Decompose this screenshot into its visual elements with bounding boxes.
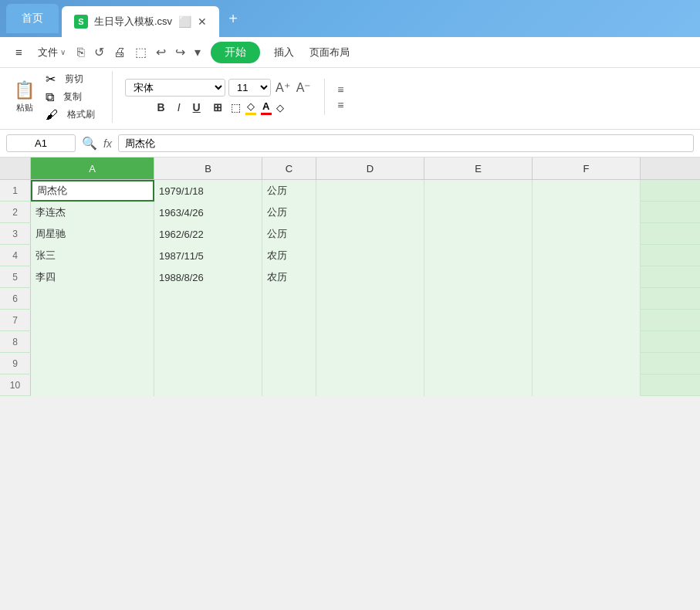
underline-button[interactable]: U xyxy=(189,100,205,115)
table-cell[interactable] xyxy=(154,288,262,310)
clear-format-button[interactable]: ◇ xyxy=(276,102,284,114)
table-cell[interactable] xyxy=(31,288,154,310)
font-decrease-icon[interactable]: A⁻ xyxy=(295,79,313,97)
table-cell[interactable] xyxy=(424,353,533,374)
undo2-icon[interactable]: ↩ xyxy=(154,42,168,62)
table-cell[interactable] xyxy=(533,353,641,374)
align-middle-icon[interactable]: ≡ xyxy=(337,99,343,111)
table-cell[interactable] xyxy=(533,266,641,288)
format-painter-button[interactable]: 格式刷 xyxy=(63,107,100,123)
table-cell[interactable] xyxy=(31,310,154,331)
row-header[interactable]: 4 xyxy=(0,245,31,266)
add-tab-button[interactable]: + xyxy=(228,10,238,28)
col-header-f[interactable]: F xyxy=(533,158,641,179)
table-cell[interactable] xyxy=(424,310,533,331)
col-header-c[interactable]: C xyxy=(262,158,316,179)
table-cell[interactable] xyxy=(533,180,641,202)
table-cell[interactable] xyxy=(316,288,424,310)
row-header[interactable]: 5 xyxy=(0,266,31,287)
bold-button[interactable]: B xyxy=(154,100,169,115)
highlight-color-button[interactable]: ◇ xyxy=(245,100,256,115)
col-header-b[interactable]: B xyxy=(154,158,262,179)
table-cell[interactable] xyxy=(154,374,262,396)
table-cell[interactable]: 周杰伦 xyxy=(31,180,154,202)
table-cell[interactable] xyxy=(424,223,533,245)
formula-input[interactable] xyxy=(118,134,694,152)
table-cell[interactable]: 周星驰 xyxy=(31,223,154,245)
table-cell[interactable]: 公历 xyxy=(262,223,316,245)
paste-button[interactable]: 📋 粘贴 xyxy=(9,77,39,117)
table-cell[interactable] xyxy=(316,245,424,266)
table-cell[interactable] xyxy=(533,310,641,331)
table-cell[interactable] xyxy=(262,288,316,310)
row-header[interactable]: 9 xyxy=(0,353,31,374)
copy-format-icon[interactable]: ⬚ xyxy=(133,42,149,62)
table-cell[interactable] xyxy=(316,331,424,353)
close-tab-icon[interactable]: ✕ xyxy=(198,15,207,28)
row-header[interactable]: 8 xyxy=(0,331,31,352)
table-cell[interactable] xyxy=(316,266,424,288)
border-button[interactable]: ⊞ xyxy=(209,100,226,115)
table-cell[interactable] xyxy=(31,374,154,396)
table-cell[interactable] xyxy=(262,353,316,374)
file-menu[interactable]: 文件 ∨ xyxy=(32,42,72,63)
table-cell[interactable]: 1962/6/22 xyxy=(154,223,262,245)
table-cell[interactable] xyxy=(154,331,262,353)
table-cell[interactable] xyxy=(424,180,533,202)
table-cell[interactable] xyxy=(262,331,316,353)
table-cell[interactable]: 1987/11/5 xyxy=(154,245,262,266)
col-header-d[interactable]: D xyxy=(316,158,424,179)
table-cell[interactable] xyxy=(316,202,424,223)
col-header-a[interactable]: A xyxy=(31,158,154,179)
table-cell[interactable] xyxy=(533,374,641,396)
table-cell[interactable] xyxy=(424,266,533,288)
undo-icon[interactable]: ↺ xyxy=(92,42,107,62)
row-header[interactable]: 6 xyxy=(0,288,31,309)
table-cell[interactable] xyxy=(262,374,316,396)
table-cell[interactable]: 1979/1/18 xyxy=(154,180,262,202)
table-cell[interactable] xyxy=(424,331,533,353)
table-cell[interactable] xyxy=(424,374,533,396)
more-icon[interactable]: ▾ xyxy=(192,42,203,62)
row-header[interactable]: 3 xyxy=(0,223,31,244)
table-cell[interactable] xyxy=(533,202,641,223)
row-header[interactable]: 1 xyxy=(0,180,31,201)
align-top-icon[interactable]: ≡ xyxy=(337,83,343,96)
row-header[interactable]: 2 xyxy=(0,202,31,222)
table-cell[interactable]: 张三 xyxy=(31,245,154,266)
insert-menu[interactable]: 插入 xyxy=(268,42,300,63)
tab-home[interactable]: 首页 xyxy=(6,4,59,33)
cut-button[interactable]: 剪切 xyxy=(60,71,88,87)
table-cell[interactable] xyxy=(533,288,641,310)
table-cell[interactable] xyxy=(154,353,262,374)
cell-reference[interactable]: A1 xyxy=(6,134,76,152)
font-increase-icon[interactable]: A⁺ xyxy=(274,79,292,97)
table-cell[interactable] xyxy=(316,374,424,396)
table-cell[interactable] xyxy=(262,310,316,331)
table-cell[interactable]: 李四 xyxy=(31,266,154,288)
row-header[interactable]: 7 xyxy=(0,310,31,330)
table-cell[interactable]: 公历 xyxy=(262,202,316,223)
table-cell[interactable]: 1988/8/26 xyxy=(154,266,262,288)
table-cell[interactable] xyxy=(316,180,424,202)
table-cell[interactable]: 李连杰 xyxy=(31,202,154,223)
font-name-select[interactable]: 宋体 xyxy=(125,79,225,97)
table-cell[interactable] xyxy=(533,331,641,353)
table-cell[interactable] xyxy=(424,245,533,266)
table-cell[interactable] xyxy=(424,288,533,310)
tab-active-file[interactable]: S 生日导入模板.csv ⬜ ✕ xyxy=(62,6,219,37)
table-cell[interactable]: 公历 xyxy=(262,180,316,202)
row-header[interactable]: 10 xyxy=(0,374,31,395)
table-cell[interactable] xyxy=(154,310,262,331)
print-icon[interactable]: 🖨 xyxy=(111,43,128,62)
start-button[interactable]: 开始 xyxy=(211,42,260,63)
table-cell[interactable]: 1963/4/26 xyxy=(154,202,262,223)
table-cell[interactable] xyxy=(316,353,424,374)
italic-button[interactable]: I xyxy=(174,100,184,115)
table-cell[interactable] xyxy=(424,202,533,223)
save-icon[interactable]: ⎘ xyxy=(75,43,87,62)
table-cell[interactable]: 农历 xyxy=(262,245,316,266)
layout-menu[interactable]: 页面布局 xyxy=(303,42,356,63)
table-cell[interactable] xyxy=(533,223,641,245)
table-cell[interactable] xyxy=(31,353,154,374)
